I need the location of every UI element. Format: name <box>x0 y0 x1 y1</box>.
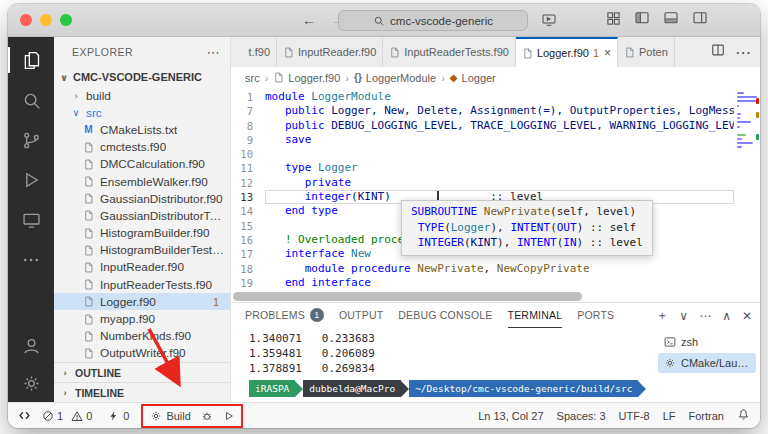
panel-tab-terminal[interactable]: TERMINAL <box>508 303 563 328</box>
folder-build[interactable]: ›build <box>54 87 230 104</box>
cmake-build-button[interactable]: Build <box>150 410 190 422</box>
remote-indicator[interactable] <box>18 409 31 422</box>
file-histogrambuilder-f90[interactable]: HistogramBuilder.f90 <box>54 225 230 242</box>
file-dmccalculation-f90[interactable]: DMCCalculation.f90 <box>54 156 230 173</box>
line-content: public DEBUG_LOGGING_LEVEL, TRACE_LOGGIN… <box>265 119 734 133</box>
play-icon <box>223 410 234 422</box>
code-line-8[interactable]: 8 public DEBUG_LOGGING_LEVEL, TRACE_LOGG… <box>231 119 734 133</box>
fullscreen-window-button[interactable] <box>60 14 72 26</box>
file-histogrambuildertest-f90[interactable]: HistogramBuilderTest.f90 <box>54 242 230 259</box>
maximize-panel-icon[interactable]: ∧ <box>722 309 731 323</box>
file-inputreadertests-f90[interactable]: InputReaderTests.f90 <box>54 276 230 293</box>
explorer-activity-button[interactable] <box>8 40 54 80</box>
ports-status[interactable]: 0 <box>108 410 129 422</box>
eol-selector[interactable]: LF <box>663 410 676 422</box>
source-control-activity-button[interactable] <box>8 120 54 160</box>
panel-tab-ports[interactable]: PORTS <box>577 303 614 328</box>
toggle-primary-sidebar-icon[interactable] <box>634 10 650 30</box>
screen-share-icon[interactable] <box>541 4 557 36</box>
minimap-line <box>737 142 753 144</box>
window-controls <box>20 14 72 26</box>
gear-icon <box>150 410 162 422</box>
file-logger-f90[interactable]: Logger.f901 <box>54 293 230 310</box>
code-line-11[interactable]: 11 type Logger <box>231 161 734 175</box>
file-gaussiandistributor-f90[interactable]: GaussianDistributor.f90 <box>54 190 230 207</box>
breadcrumb-src[interactable]: src <box>245 72 260 84</box>
file-numberkinds-f90[interactable]: NumberKinds.f90 <box>54 328 230 345</box>
terminal-dropdown-icon[interactable]: ∨ <box>679 309 688 323</box>
panel-tab-output[interactable]: OUTPUT <box>339 303 383 328</box>
editor-tab-inputreadertests-f90[interactable]: InputReaderTests.f90 <box>383 37 516 67</box>
code-line-12[interactable]: 12 private <box>231 176 734 190</box>
notifications-bell-icon[interactable] <box>737 408 750 423</box>
file-cmakelists-txt[interactable]: MCMakeLists.txt <box>54 121 230 138</box>
problems-status[interactable]: 1 0 <box>42 410 97 422</box>
accounts-button[interactable] <box>8 326 54 364</box>
toggle-panel-icon[interactable] <box>663 10 679 30</box>
file-gaussiandistributortest-f[interactable]: GaussianDistributorTest.f... <box>54 207 230 224</box>
toggle-secondary-sidebar-icon[interactable] <box>692 10 708 30</box>
breadcrumb-logger-f90[interactable]: Logger.f90 <box>273 71 340 84</box>
cmake-debug-button[interactable] <box>201 410 213 422</box>
panel-tab-problems[interactable]: PROBLEMS1 <box>245 303 324 328</box>
code-line-10[interactable]: 10 <box>231 147 734 161</box>
code-line-1[interactable]: 1module LoggerModule <box>231 90 734 104</box>
more-actions-icon[interactable]: ⋯ <box>735 43 751 62</box>
terminal-instance-zsh[interactable]: zsh <box>658 332 756 352</box>
remote-explorer-activity-button[interactable] <box>8 200 54 240</box>
file-outputwriter-f90[interactable]: OutputWriter.f90 <box>54 345 230 362</box>
settings-button[interactable] <box>8 364 54 402</box>
minimize-window-button[interactable] <box>40 14 52 26</box>
terminal-instance-cmake-lau[interactable]: CMake/Lau… <box>658 353 756 373</box>
code-line-18[interactable]: 18 module procedure NewPrivate, NewCopyP… <box>231 262 734 276</box>
horizontal-scrollbar[interactable] <box>233 292 582 301</box>
line-number: 9 <box>231 133 265 147</box>
minimap[interactable] <box>737 92 757 148</box>
file-cmctests-f90[interactable]: cmctests.f90 <box>54 139 230 156</box>
timeline-section-header[interactable]: › TIMELINE <box>54 382 230 402</box>
code-line-9[interactable]: 9 save <box>231 133 734 147</box>
close-panel-icon[interactable]: ✕ <box>742 309 752 323</box>
file-icon <box>522 47 533 60</box>
command-center-search[interactable]: cmc-vscode-generic <box>338 10 528 31</box>
line-content: type Logger <box>265 161 734 175</box>
cmake-run-button[interactable] <box>223 410 234 422</box>
files-icon <box>21 50 42 71</box>
file-icon <box>83 227 94 240</box>
indentation[interactable]: Spaces: 3 <box>557 410 606 422</box>
split-editor-icon[interactable] <box>711 43 725 61</box>
code-line-19[interactable]: 19 end interface <box>231 276 734 290</box>
terminal-output[interactable]: 1.340071 0.2336831.359481 0.2060891.3788… <box>231 328 658 402</box>
file-myapp-f90[interactable]: myapp.f90 <box>54 310 230 327</box>
more-views-button[interactable] <box>8 240 54 280</box>
code-line-7[interactable]: 7 public Logger, New, Delete, Assignment… <box>231 104 734 118</box>
panel-tab-debug-console[interactable]: DEBUG CONSOLE <box>398 303 492 328</box>
customize-layout-icon[interactable] <box>606 11 621 30</box>
breadcrumb-logger[interactable]: ◆Logger <box>450 72 496 84</box>
file-inputreader-f90[interactable]: InputReader.f90 <box>54 259 230 276</box>
tree-item-label: src <box>86 106 102 120</box>
go-back-button[interactable]: ← <box>302 12 316 28</box>
close-window-button[interactable] <box>20 14 32 26</box>
explorer-more-actions-icon[interactable]: ⋯ <box>207 45 221 60</box>
new-terminal-icon[interactable]: ＋ <box>656 307 668 324</box>
editor-tab-logger-f90[interactable]: Logger.f901× <box>516 37 618 67</box>
tree-item-label: Logger.f90 <box>100 295 156 309</box>
cursor-position[interactable]: Ln 13, Col 27 <box>478 410 543 422</box>
outline-section-header[interactable]: › OUTLINE <box>54 362 230 382</box>
search-activity-button[interactable] <box>8 80 54 120</box>
workspace-root-folder[interactable]: ∨ CMC-VSCODE-GENERIC <box>54 67 230 87</box>
file-ensemblewalker-f90[interactable]: EnsembleWalker.f90 <box>54 173 230 190</box>
code-editor[interactable]: 1module LoggerModule7 public Logger, New… <box>231 88 760 302</box>
panel-more-icon[interactable]: ⋯ <box>699 309 711 323</box>
run-debug-activity-button[interactable] <box>8 160 54 200</box>
language-mode[interactable]: Fortran <box>689 410 724 422</box>
tab-close-icon[interactable]: × <box>604 46 611 60</box>
editor-tab-poten[interactable]: Poten <box>618 37 675 67</box>
folder-src[interactable]: ∨src <box>54 104 230 121</box>
encoding[interactable]: UTF-8 <box>619 410 650 422</box>
powerline-arrow-icon <box>638 381 646 397</box>
editor-tab-inputreader-f90[interactable]: InputReader.f90 <box>277 37 383 67</box>
editor-tab-t-f90[interactable]: t.f90 <box>231 37 277 67</box>
breadcrumb-loggermodule[interactable]: {}LoggerModule <box>354 72 436 84</box>
